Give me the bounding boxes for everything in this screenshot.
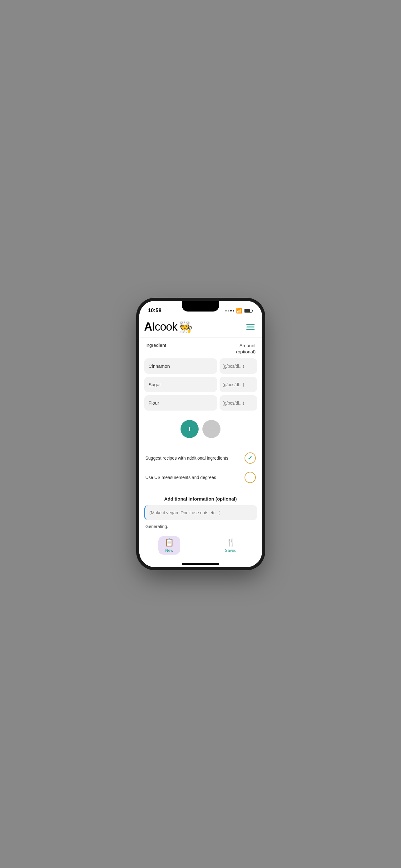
option-row-suggest: Suggest recipes with additional ingredie… <box>144 449 257 467</box>
battery-body <box>244 309 252 313</box>
ingredients-header: Ingredient Amount(optional) <box>144 342 257 354</box>
option-row-us: Use US measurements and degrees <box>144 469 257 486</box>
signal-dot-1 <box>225 310 227 312</box>
phone-frame: 10:58 📶 AIcook 🧑‍🍳 <box>139 301 262 567</box>
home-bar <box>182 563 219 565</box>
signal-dots-icon <box>225 310 234 312</box>
additional-info-title: Additional information (optional) <box>144 496 257 501</box>
saved-tab-label: Saved <box>225 548 236 553</box>
ingredient-input-2[interactable] <box>144 377 217 392</box>
home-indicator <box>139 561 262 567</box>
generating-text: Generating... <box>144 523 257 533</box>
signal-dot-2 <box>228 310 229 312</box>
notch <box>182 301 219 312</box>
amount-input-3[interactable] <box>220 395 257 410</box>
battery-tip <box>252 310 253 312</box>
plus-icon: + <box>187 424 192 434</box>
ingredient-row-1 <box>144 359 257 374</box>
signal-dot-4 <box>233 310 234 312</box>
us-measurements-label: Use US measurements and degrees <box>145 475 241 480</box>
suggest-recipes-label: Suggest recipes with additional ingredie… <box>145 456 241 461</box>
status-bar: 10:58 📶 <box>139 301 262 316</box>
status-time: 10:58 <box>148 307 162 314</box>
hamburger-line-3 <box>246 329 255 330</box>
hamburger-line-1 <box>246 324 255 325</box>
new-tab-icon: 📋 <box>165 538 174 547</box>
tab-saved[interactable]: 🍴 Saved <box>219 536 243 555</box>
chef-icon: 🧑‍🍳 <box>179 320 193 333</box>
app-header: AIcook 🧑‍🍳 <box>139 316 262 337</box>
app-content: AIcook 🧑‍🍳 Ingredient Amount(optional) <box>139 316 262 533</box>
ingredient-column-label: Ingredient <box>145 342 166 348</box>
logo-area: AIcook 🧑‍🍳 <box>144 320 193 333</box>
remove-ingredient-button[interactable]: − <box>202 420 221 438</box>
menu-button[interactable] <box>245 323 256 331</box>
tab-bar: 📋 New 🍴 Saved <box>139 533 262 561</box>
ingredients-form: Ingredient Amount(optional) + <box>139 337 262 444</box>
us-measurements-toggle[interactable] <box>244 472 256 483</box>
amount-input-1[interactable] <box>220 359 257 374</box>
options-section: Suggest recipes with additional ingredie… <box>139 449 262 488</box>
additional-info-input[interactable] <box>144 505 257 520</box>
ingredient-input-3[interactable] <box>144 395 217 410</box>
hamburger-line-2 <box>246 327 255 328</box>
logo-text: AIcook <box>144 320 177 333</box>
ingredient-input-1[interactable] <box>144 359 217 374</box>
battery-icon <box>244 309 253 313</box>
amount-input-2[interactable] <box>220 377 257 392</box>
add-remove-buttons: + − <box>144 414 257 444</box>
suggest-recipes-toggle[interactable]: ✓ <box>244 453 256 464</box>
status-icons: 📶 <box>225 308 253 314</box>
signal-dot-3 <box>230 310 232 312</box>
battery-fill <box>245 309 250 312</box>
wifi-icon: 📶 <box>236 308 242 314</box>
ingredient-row-2 <box>144 377 257 392</box>
check-icon: ✓ <box>248 455 252 462</box>
ingredient-row-3 <box>144 395 257 410</box>
minus-icon: − <box>209 424 214 434</box>
saved-tab-icon: 🍴 <box>226 538 235 547</box>
amount-column-label: Amount(optional) <box>236 342 256 354</box>
tab-new[interactable]: 📋 New <box>158 536 180 555</box>
additional-section: Additional information (optional) Genera… <box>139 496 262 533</box>
add-ingredient-button[interactable]: + <box>180 420 199 438</box>
new-tab-label: New <box>165 548 173 553</box>
